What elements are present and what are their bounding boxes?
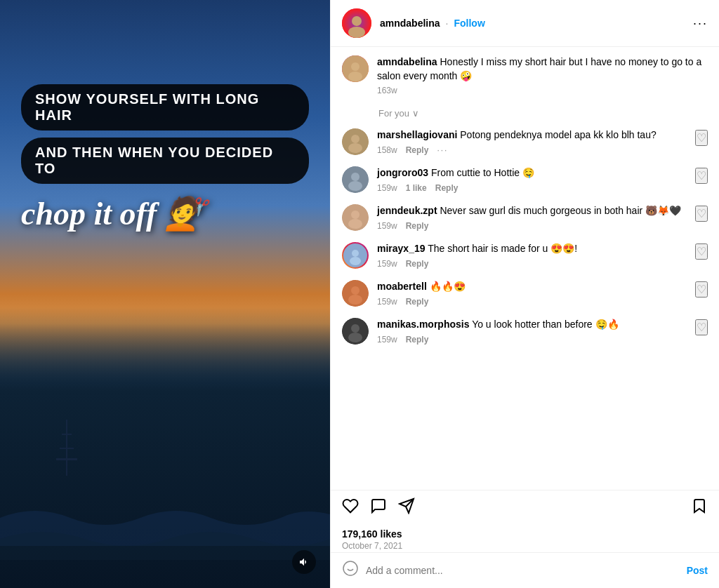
more-options-button[interactable]: ··· bbox=[693, 16, 708, 31]
comment-input[interactable] bbox=[366, 565, 680, 576]
svg-point-30 bbox=[343, 561, 357, 575]
follow-button[interactable]: Follow bbox=[454, 18, 484, 29]
comment-text: manikas.morphosis Yo u look hotter than … bbox=[377, 318, 687, 332]
comment-item: manikas.morphosis Yo u look hotter than … bbox=[331, 312, 719, 350]
like-comment-button[interactable]: ♡ bbox=[695, 130, 708, 146]
comment-content: 🔥🔥😍 bbox=[430, 281, 466, 292]
overlay-text-container: SHOW YOURSELF WITH LONG HAIR AND THEN WH… bbox=[21, 84, 309, 232]
post-header: amndabelina · Follow ··· bbox=[331, 0, 719, 47]
comment-item: moabertell 🔥🔥😍 159w Reply ♡ bbox=[331, 274, 719, 312]
comment-avatar[interactable] bbox=[342, 128, 369, 155]
reply-button[interactable]: Reply bbox=[406, 221, 429, 231]
comment-avatar[interactable] bbox=[342, 166, 369, 193]
commenter-username[interactable]: moabertell bbox=[377, 281, 427, 292]
comment-time: 158w bbox=[377, 145, 397, 155]
commenter-username[interactable]: jongroro03 bbox=[377, 167, 428, 178]
header-dot: · bbox=[446, 18, 449, 29]
actions-bar bbox=[331, 490, 719, 526]
reply-button[interactable]: Reply bbox=[406, 145, 429, 155]
caption-username[interactable]: amndabelina bbox=[377, 56, 437, 67]
comment-meta: 159w Reply bbox=[377, 335, 687, 345]
caption-comment: amndabelina Honestly I miss my short hai… bbox=[331, 47, 719, 104]
svg-rect-1 bbox=[62, 434, 72, 435]
avatar-circle bbox=[342, 166, 369, 193]
chevron-down-icon: ∨ bbox=[412, 108, 419, 119]
svg-point-21 bbox=[350, 257, 361, 265]
caption-time: 163w bbox=[377, 86, 708, 95]
likes-section: 179,160 likes October 7, 2021 bbox=[331, 526, 719, 552]
commenter-username[interactable]: marshellagiovani bbox=[377, 129, 457, 140]
like-comment-button[interactable]: ♡ bbox=[695, 243, 708, 260]
reply-button[interactable]: Reply bbox=[406, 335, 429, 345]
like-comment-button[interactable]: ♡ bbox=[695, 168, 708, 184]
comment-body: moabertell 🔥🔥😍 159w Reply bbox=[377, 280, 687, 307]
comment-button[interactable] bbox=[370, 497, 387, 519]
comment-avatar[interactable] bbox=[342, 280, 369, 307]
comment-content: Yo u look hotter than before 🤤🔥 bbox=[472, 319, 619, 330]
svg-point-27 bbox=[348, 333, 362, 342]
comment-body: mirayx_19 The short hair is made for u 😍… bbox=[377, 242, 687, 269]
more-comment-button[interactable]: ··· bbox=[437, 145, 448, 155]
comments-panel: amndabelina · Follow ··· amndabelina Hon… bbox=[330, 0, 719, 588]
comment-avatar-gradient[interactable] bbox=[342, 242, 369, 269]
add-comment-row: Post bbox=[331, 552, 719, 588]
comment-meta: 158w Reply ··· bbox=[377, 145, 687, 155]
comment-time: 159w bbox=[377, 259, 397, 269]
reply-button[interactable]: Reply bbox=[406, 297, 429, 307]
svg-point-24 bbox=[348, 295, 362, 305]
comment-meta: 159w 1 like Reply bbox=[377, 183, 687, 193]
comment-text: moabertell 🔥🔥😍 bbox=[377, 280, 687, 294]
svg-point-12 bbox=[348, 143, 362, 153]
avatar-circle bbox=[342, 128, 369, 155]
svg-point-6 bbox=[348, 27, 365, 38]
comment-avatar[interactable] bbox=[342, 318, 369, 345]
svg-point-17 bbox=[351, 211, 360, 219]
for-you-row[interactable]: For you ∨ bbox=[331, 104, 719, 123]
comment-body: manikas.morphosis Yo u look hotter than … bbox=[377, 318, 687, 345]
comment-item: jongroro03 From cuttie to Hottie 🤤 159w … bbox=[331, 161, 719, 199]
caption-text: amndabelina Honestly I miss my short hai… bbox=[377, 55, 708, 83]
header-info: amndabelina · Follow bbox=[380, 18, 693, 29]
reply-button[interactable]: Reply bbox=[435, 183, 459, 193]
like-comment-button[interactable]: ♡ bbox=[695, 319, 708, 335]
comment-time: 159w bbox=[377, 297, 397, 307]
comment-text: mirayx_19 The short hair is made for u 😍… bbox=[377, 242, 687, 256]
comment-time: 159w bbox=[377, 183, 397, 193]
commenter-username[interactable]: jenndeuk.zpt bbox=[377, 205, 437, 216]
mute-button[interactable] bbox=[292, 550, 316, 574]
header-username[interactable]: amndabelina bbox=[380, 18, 440, 29]
avatar-circle bbox=[342, 204, 369, 231]
share-button[interactable] bbox=[398, 497, 415, 519]
reply-button[interactable]: Reply bbox=[406, 259, 429, 269]
post-comment-button[interactable]: Post bbox=[687, 565, 708, 576]
likes-count[interactable]: 179,160 likes bbox=[342, 528, 708, 540]
comment-meta: 159w Reply bbox=[377, 259, 687, 269]
comment-body: marshellagiovani Potong pendeknya model … bbox=[377, 128, 687, 155]
avatar-inner bbox=[343, 243, 367, 267]
like-comment-button[interactable]: ♡ bbox=[695, 281, 708, 298]
svg-point-26 bbox=[351, 324, 360, 333]
svg-point-14 bbox=[351, 173, 360, 181]
avatar-circle bbox=[342, 280, 369, 307]
post-date: October 7, 2021 bbox=[342, 541, 708, 551]
text-line1: SHOW YOURSELF WITH LONG HAIR bbox=[21, 84, 309, 131]
like-button[interactable] bbox=[342, 497, 359, 519]
emoji-button[interactable] bbox=[342, 560, 359, 581]
bookmark-button[interactable] bbox=[691, 497, 708, 519]
header-avatar[interactable] bbox=[342, 8, 371, 38]
svg-point-9 bbox=[348, 72, 362, 81]
comment-text: jenndeuk.zpt Never saw gurl dis much gor… bbox=[377, 204, 687, 218]
caption-avatar[interactable] bbox=[342, 55, 369, 82]
commenter-username[interactable]: manikas.morphosis bbox=[377, 319, 470, 330]
svg-point-8 bbox=[351, 62, 360, 71]
commenter-username[interactable]: mirayx_19 bbox=[377, 243, 426, 254]
comment-avatar[interactable] bbox=[342, 204, 369, 231]
comment-time: 159w bbox=[377, 221, 397, 231]
comment-item: mirayx_19 The short hair is made for u 😍… bbox=[331, 236, 719, 274]
caption-body: amndabelina Honestly I miss my short hai… bbox=[377, 55, 708, 95]
comment-meta: 159w Reply bbox=[377, 221, 687, 231]
like-comment-button[interactable]: ♡ bbox=[695, 206, 708, 222]
post-image: SHOW YOURSELF WITH LONG HAIR AND THEN WH… bbox=[0, 0, 330, 588]
comment-content: Never saw gurl dis much gorgeous in both… bbox=[440, 205, 681, 216]
comment-content: Potong pendeknya model apa kk klo blh ta… bbox=[460, 129, 656, 140]
